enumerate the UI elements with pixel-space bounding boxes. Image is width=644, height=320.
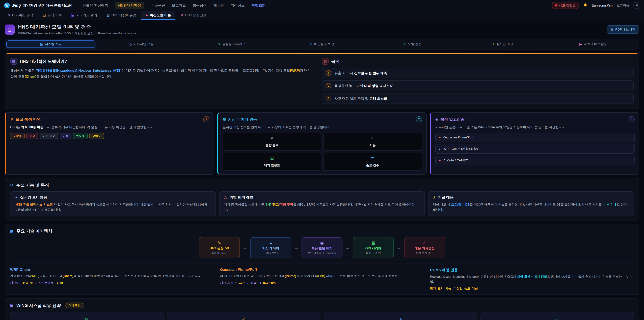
text-segment: HNS는 [10,125,21,129]
text-segment: Regional Ocean Modeling System과 연동하여 해수면… [430,275,517,278]
stat-value: 장기 모의 가능 [430,287,453,290]
app-logo[interactable]: W Wing [4,3,21,8]
tag-vaporization[interactable]: 기화 특성 [40,133,58,139]
pill-system-overview[interactable]: ▣ 시스템 개요 [6,41,96,48]
tech-title: WRF-Chem [10,267,214,272]
wrf-chem-card[interactable]: ⊕ WRF-Chem 정밀 수치 모의 3D 확산 시뮬레이션 [324,312,477,320]
flask-icon: ⚗ [180,13,183,17]
danger-zone-highlight: 위험 구역 [280,203,293,206]
user-name[interactable]: Eunjeong Kim [592,4,613,8]
stat-label: / 정확도: [247,281,261,284]
list-item-label: Gaussian Plume/Puff [444,136,473,139]
page-header: ◺ HNS 대기확산 모델 이론 및 검증 WRF-Chem·Gaussian … [0,20,644,38]
pill-gaussian-model[interactable]: ◎ 가우시안 모델 [97,41,186,48]
chem-highlight: (Chem) [25,75,36,78]
tab-hns-response-manual[interactable]: ▥ HNS 대응매뉴얼 [102,11,140,20]
page-header-left: ◺ HNS 대기확산 모델 이론 및 검증 WRF-Chem·Gaussian … [5,24,137,36]
feature-cards-row: ⚗물질 특성 반영 1 HNS는 약 6,000종 이상으로, 종류가 매우 다… [5,112,639,175]
globe-icon: ⊕ [327,317,474,320]
nav-item-emergency-rescue[interactable]: 긴급구난 [151,3,165,8]
card-title: 긴급 대응 [438,195,454,200]
view-pills: ▣ 시스템 개요 ◎ 가우시안 모델 ✎ 물질별 시나리오 ≋ 해양환경 보정 … [5,39,639,50]
realtime-monitoring-card: ✦실시간 모니터링 'HNS 유출 블랙박스 시스템'과 같이 사고 즉시 확산… [10,191,216,216]
monitor-icon: ▣ [40,42,43,46]
flow-subtitle: 대피·방제 결정 [407,251,442,255]
temperature-tile: ♨ 기온 [323,133,422,151]
text-segment: 를 이용한 빠른 예측 기술을 포함합니다. 사전 계산된 시나리오 DB를 활… [470,203,602,206]
target-icon: ◎ [322,58,328,65]
notification-bell-icon[interactable] [583,3,588,8]
intro-grid: ▥ HNS 대기확산 모델이란? 해상에서 유출된 위험유해물질(Hazardo… [10,58,634,104]
tab-atmospheric-analysis[interactable]: ✎ 대기확산 분석 [3,11,38,20]
pill-marine-correction[interactable]: ≋ 해양환경 보정 [278,41,366,48]
list-item-wrf-chem[interactable]: ▸ WRF-Chem (기상+화학) [435,144,634,154]
hns-highlight: 위험유해물질(Hazardous & Noxious Substances, H… [36,69,122,72]
flow-subtitle: 6,000+ 물질 [202,251,237,255]
pill-label: 모델 검증 [408,42,422,46]
lightning-icon: ⚡ [492,42,494,46]
purpose-text: 독성물질 농도 기반 대피 명령 의사결정 [334,84,393,88]
architecture-panel: ▦ 주요 기술 아키텍처 ✎ HNS 물질 DB 6,000+ 물질 → ☁ 기… [5,224,639,295]
card-title: 확산 알고리즘 [440,117,464,122]
tag-specific-gravity[interactable]: 비중 [60,133,72,139]
tab-label: 확산모델 이론 [150,13,171,18]
page-title: HNS 대기확산 모델 이론 및 검증 [18,24,137,30]
nav-item-integrated-search[interactable]: 통합조회 [252,3,266,8]
nav-item-reports[interactable]: 보고자료 [172,3,186,8]
nav-item-oil-spill-forecast[interactable]: 유출유 확산예측 [82,3,108,8]
nav-item-aerial-search[interactable]: 항공탐색 [192,3,206,8]
chart-icon: ◈ [146,13,148,17]
tab-hns-substance-info[interactable]: ⚗ HNS 물질정보 [176,11,211,20]
tag-evaporative[interactable]: 증발성 [10,133,25,139]
nav-item-hns-atmospheric[interactable]: HNS·대기확산 [115,2,144,9]
chart-bars-icon: ▥ [225,156,319,160]
hns-db-card[interactable]: ✎ HNS DB 연동 CHRIS/CAMEO DB 6,000+종 물질 검색 [10,312,164,320]
navbar-left: W Wing 해양환경 위기대응 통합시스템 유출유 확산예측 HNS·대기확산… [4,2,266,9]
definition-text: 해상에서 유출된 위험유해물질(Hazardous & Noxious Subs… [10,68,313,80]
pill-wrf-chem-evolution[interactable]: ▶ WRF-Chem발전 [548,41,638,48]
incident-status-badge[interactable]: 사고 진행중 [552,2,579,9]
list-item-aloha-cameo[interactable]: ▸ ALOHA / CAMEO [435,156,634,165]
tab-diffusion-model-theory[interactable]: ◈ 확산모델 이론 [141,11,175,20]
card-body: 해상 사고 시 조회/접수 DB를 이용한 빠른 예측 기술을 포함합니다. 사… [433,202,629,212]
tab-label: 대기확산 분석 [12,13,33,18]
nav-item-weather-info[interactable]: 기상정보 [230,3,245,8]
definition-title: HNS 대기확산 모델이란? [20,59,67,64]
incident-badge-label: 사고 진행중 [559,3,576,8]
pill-substance-scenarios[interactable]: ✎ 물질별 시나리오 [187,41,276,48]
text-segment: 이 대기로 증발하여 퍼지는 농도를 물리·화학적 이론에 기반해 전산으로 모… [122,69,290,72]
tag-reactivity[interactable]: 반응성 [73,133,88,139]
tag-solubility[interactable]: 용해도 [90,133,104,139]
tag-toxic[interactable]: 독성 [26,133,38,139]
roms-card[interactable]: ≋ ROMS 연동 해양-대기 결합 장기 예측 지원 [480,312,634,320]
pdf-export-button[interactable]: ▤ PDF 내보내기 [606,25,639,34]
flow-title: 확산 모델 엔진 [304,246,340,251]
target-icon: ◎ [224,195,227,200]
stat-label: / [453,287,455,290]
flow-subtitle: 위험 구역 맵 [356,251,391,255]
pill-model-validation[interactable]: ☑ 모델 검증 [368,41,457,48]
number-badge: 3 [326,96,331,101]
logout-button[interactable]: 로그아웃 [617,3,630,8]
flow-title: HNS 물질 DB [202,246,237,250]
warning-zone-highlight: 경고 [273,203,279,206]
purpose-text: 유출 사고 시 신속한 위험 범위 예측 [334,71,387,75]
pipeline-flow: ✎ HNS 물질 DB 6,000+ 물질 → ☁ 기상 데이터 KMA / A… [10,237,634,258]
panel-title: WING 시스템 적용 전략 [16,303,61,308]
purpose-item: 2 독성물질 농도 기반 대피 명령 의사결정 [322,80,634,91]
arrow-icon: → [346,245,350,250]
wing-strategy-panel: ▤ WING 시스템 적용 전략 현재 구현 ✎ HNS DB 연동 CHRIS… [5,298,639,320]
flow-model-engine: ◉ 확산 모델 엔진 WRF-Chem / Gaussian [302,237,342,258]
tab-scenario-management[interactable]: ▣ 시나리오 관리 [67,11,102,20]
card-body: 'HNS 유출 블랙박스 시스템'과 같이 사고 즉시 확산 방향과 농도를 예… [15,202,211,212]
bullet-icon: ▸ [439,147,441,151]
pill-realtime-comparison[interactable]: ⚡ 실시간 비교 [458,41,547,48]
nav-item-board[interactable]: 게시판 [213,3,224,8]
purpose-block: ◎ 목적 1 유출 사고 시 신속한 위험 범위 예측 2 독성물질 농도 기반… [322,58,634,104]
purpose-text: 사고 대응 체계 구축 및 피해 최소화 [334,96,387,101]
stat-label: 계산시간: [220,281,234,284]
list-item-gaussian[interactable]: ▸ Gaussian Plume/Puff [435,133,634,142]
tab-analysis-list[interactable]: ▤ 분석 목록 [38,11,66,20]
gaussian-model-card[interactable]: ⚡ 가우시안 모델 ALOHA + 점오염원 모델 초기대응 10초 이내 [167,312,320,320]
menu-icon[interactable]: ≡ [634,2,640,9]
